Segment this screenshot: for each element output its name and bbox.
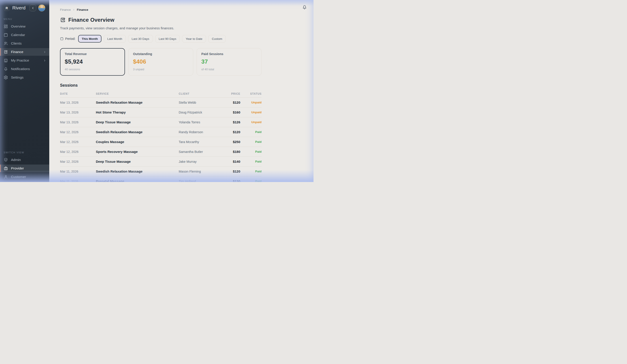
session-price: $250	[216, 140, 240, 144]
users-icon	[3, 41, 8, 46]
session-service: Swedish Relaxation Massage	[96, 130, 179, 134]
table-row[interactable]: Mar 11, 2026 Prenatal Massage Tim Hollan…	[60, 176, 261, 182]
app-window: R Riverd MENU Overview Calendar	[0, 0, 314, 182]
card-total-revenue[interactable]: Total Revenue $5,924 40 sessions	[60, 48, 125, 76]
period-button-year-to-date[interactable]: Year to Date	[182, 35, 206, 43]
session-date: Mar 12, 2026	[60, 160, 96, 163]
app-logo: R	[3, 5, 10, 11]
session-service: Hot Stone Therapy	[96, 110, 179, 114]
session-price: $120	[216, 130, 240, 134]
chevron-left-icon	[31, 6, 35, 10]
sidebar-item-label: My Practice	[11, 58, 29, 62]
period-button-custom[interactable]: Custom	[208, 35, 226, 43]
sidebar-item-label: Admin	[11, 158, 21, 162]
sidebar-item-my-practice[interactable]: My Practice	[0, 57, 49, 64]
table-row[interactable]: Mar 13, 2026 Hot Stone Therapy Doug Fitz…	[60, 107, 261, 117]
session-date: Mar 13, 2026	[60, 110, 96, 114]
table-row[interactable]: Mar 12, 2026 Couples Massage Tara Mccart…	[60, 137, 261, 147]
card-label: Outstanding	[133, 52, 189, 56]
card-value: 37	[201, 58, 257, 65]
session-service: Prenatal Massage	[96, 179, 179, 182]
sidebar-item-admin[interactable]: Admin	[0, 156, 49, 164]
period-button-last-30-days[interactable]: Last 30 Days	[128, 35, 153, 43]
sidebar-item-label: Finance	[11, 50, 23, 54]
sidebar-item-calendar[interactable]: Calendar	[0, 31, 49, 39]
sidebar-item-label: Overview	[11, 24, 26, 28]
period-selector: Period: This Month Last Month Last 30 Da…	[60, 35, 314, 43]
table-row[interactable]: Mar 13, 2026 Deep Tissue Massage Yolanda…	[60, 117, 261, 127]
shield-check-icon	[3, 157, 8, 162]
logo-letter: R	[5, 6, 8, 10]
sidebar-item-finance[interactable]: Finance	[0, 48, 49, 56]
table-row[interactable]: Mar 12, 2026 Sports Recovery Massage Sam…	[60, 147, 261, 157]
period-button-last-90-days[interactable]: Last 90 Days	[155, 35, 180, 43]
session-service: Swedish Relaxation Massage	[96, 101, 179, 104]
table-header: DATE SERVICE CLIENT PRICE STATUS	[60, 92, 261, 98]
calendar-icon	[60, 37, 64, 41]
session-service: Deep Tissue Massage	[96, 160, 179, 163]
switch-view-nav: Admin Provider Customer	[0, 156, 49, 181]
status-badge: Paid	[240, 140, 261, 144]
bell-icon	[302, 4, 307, 10]
session-client: Doug Fitzpatrick	[179, 110, 216, 114]
sessions-table: DATE SERVICE CLIENT PRICE STATUS Mar 13,…	[60, 92, 261, 182]
table-row[interactable]: Mar 11, 2026 Swedish Relaxation Massage …	[60, 166, 261, 176]
session-client: Stella Webb	[179, 101, 216, 104]
app-name: Riverd	[12, 5, 29, 10]
card-subtext: 3 unpaid	[133, 68, 189, 71]
sidebar-item-overview[interactable]: Overview	[0, 23, 49, 30]
chevron-right-icon	[43, 59, 46, 62]
status-badge: Unpaid	[240, 110, 261, 114]
sidebar-item-notifications[interactable]: Notifications	[0, 65, 49, 73]
session-price: $180	[216, 150, 240, 154]
sidebar-item-label: Clients	[11, 41, 21, 46]
period-label-text: Period:	[65, 37, 75, 41]
column-header-price: PRICE	[216, 92, 240, 95]
session-date: Mar 13, 2026	[60, 120, 96, 124]
card-value: $5,924	[65, 58, 120, 65]
gear-icon	[3, 75, 8, 80]
session-date: Mar 11, 2026	[60, 170, 96, 173]
dashboard-grid-icon	[3, 24, 8, 29]
breadcrumb-link-finance[interactable]: Finance	[60, 8, 71, 11]
sidebar-item-customer[interactable]: Customer	[0, 173, 49, 181]
table-row[interactable]: Mar 12, 2026 Deep Tissue Massage Jake Mu…	[60, 157, 261, 166]
sidebar: R Riverd MENU Overview Calendar	[0, 0, 49, 182]
session-price: $126	[216, 120, 240, 124]
table-row[interactable]: Mar 13, 2026 Swedish Relaxation Massage …	[60, 98, 261, 107]
sidebar-item-clients[interactable]: Clients	[0, 40, 49, 47]
period-button-last-month[interactable]: Last Month	[104, 35, 126, 43]
card-subtext: 40 sessions	[65, 68, 120, 71]
session-service: Sports Recovery Massage	[96, 150, 179, 154]
breadcrumb-current-finance: Finance	[77, 8, 88, 11]
sidebar-item-settings[interactable]: Settings	[0, 74, 49, 81]
card-label: Paid Sessions	[201, 52, 257, 56]
column-header-service: SERVICE	[96, 92, 179, 95]
sidebar-collapse-button[interactable]	[29, 4, 36, 11]
notifications-bell-button[interactable]	[302, 4, 307, 10]
card-paid-sessions[interactable]: Paid Sessions 37 of 40 total	[197, 48, 261, 76]
page-title-row: Finance Overview	[60, 17, 314, 23]
sidebar-item-provider[interactable]: Provider	[0, 164, 49, 172]
page-subtitle: Track payments, view session charges, an…	[60, 26, 314, 30]
status-badge: Unpaid	[240, 101, 261, 104]
column-header-client: CLIENT	[179, 92, 216, 95]
table-row[interactable]: Mar 12, 2026 Swedish Relaxation Massage …	[60, 127, 261, 137]
status-badge: Paid	[240, 160, 261, 163]
session-service: Deep Tissue Massage	[96, 120, 179, 124]
session-service: Swedish Relaxation Massage	[96, 169, 179, 173]
session-client: Mason Fleming	[179, 170, 216, 173]
sidebar-header: R Riverd	[0, 0, 49, 11]
card-value: $406	[133, 58, 189, 65]
session-price: $140	[216, 160, 240, 163]
sidebar-item-label: Notifications	[11, 67, 30, 71]
sidebar-item-label: Settings	[11, 75, 23, 79]
breadcrumb: Finance Finance	[60, 8, 314, 11]
calendar-icon	[3, 33, 8, 37]
session-client: Tim Holland	[179, 180, 216, 182]
user-avatar[interactable]	[38, 4, 45, 11]
card-outstanding[interactable]: Outstanding $406 3 unpaid	[128, 48, 193, 76]
sidebar-item-label: Provider	[11, 166, 24, 170]
session-price: $130	[216, 179, 240, 182]
period-button-this-month[interactable]: This Month	[78, 35, 102, 43]
